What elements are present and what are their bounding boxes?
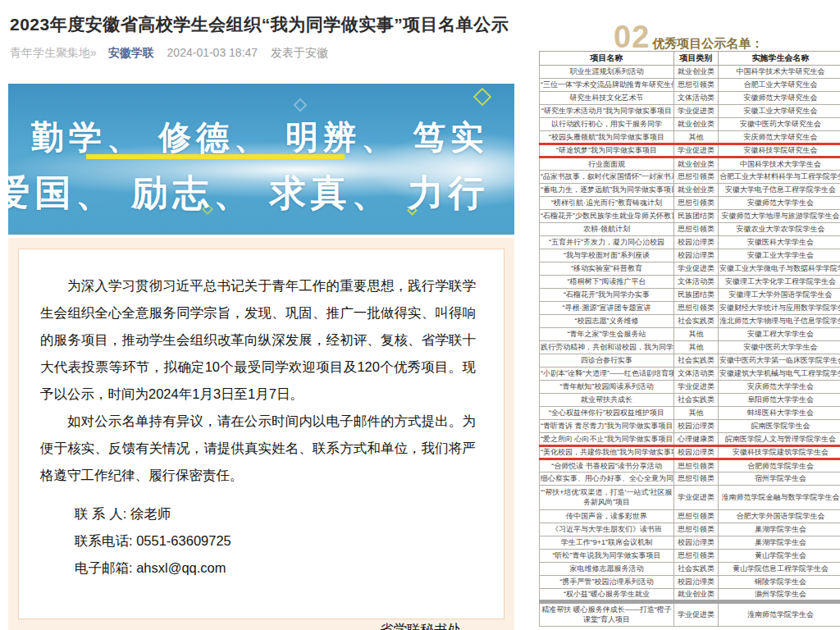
table-cell: 其他	[674, 131, 719, 144]
table-cell: 社会实践类	[674, 315, 719, 328]
table-row: “石榴花开”少数民族学生就业导师关怀教育工程民族团结类安徽师范大学地理与旅游学院…	[540, 210, 840, 223]
table-row: “石榴花开”我为同学办实事民族团结类安徽理工大学外国语学院学生会	[540, 289, 840, 302]
table-cell: 思想引领类	[674, 302, 719, 315]
table-cell: 以行动践行初心，用实干服务同学	[540, 118, 674, 131]
table-cell: 安徽师范大学学生会	[719, 197, 840, 210]
table-cell: 蚌埠医科大学学生会	[719, 407, 840, 420]
table-cell: 黄山学院学生会	[719, 550, 840, 563]
table-row: “听松”青年说我为同学做实事项目思想引领类黄山学院学生会	[540, 550, 840, 563]
table-cell: 其他	[674, 341, 719, 354]
table-cell: 安徽财经大学统计与应用数学学院学生会	[719, 302, 840, 315]
page-title: 2023年度安徽省高校学生会组织“我为同学做实事”项目名单公示	[10, 13, 543, 36]
table-cell: 安徽医科大学学生会	[719, 236, 840, 249]
table-cell: 校园治理类	[674, 236, 719, 249]
table-row: “品家书故事，叙时代家国情怀”一封家书系列活动思想引领类合肥工业大学材料科学与工…	[540, 171, 840, 184]
table-row: 行业面面观就业创业类中国科学技术大学学生会	[540, 158, 840, 171]
table-cell: “移动实验室”科普教育	[540, 262, 674, 276]
table-cell: 家电维修志愿服务活动	[540, 563, 674, 576]
table-row: 就业帮扶共成长社会实践类阜阳师范大学学生会	[540, 394, 840, 407]
table-cell: 其他	[674, 328, 719, 341]
table-cell: 学业促进类	[674, 486, 719, 510]
table-cell: “青年之家”学生会服务站	[540, 328, 674, 341]
contact-block: 联 系 人: 徐老师 联系电话: 0551-63609725 电子邮箱: ahs…	[75, 500, 476, 582]
table-cell: 滁州学院学生会	[719, 589, 840, 602]
table-cell: 安徽师范大学地理与旅游学院学生会	[719, 210, 840, 223]
table-cell: 思想引领类	[674, 79, 719, 92]
table-row: “携手严管”校园治理系列活动校园治理类铜陵学院学生会	[540, 576, 840, 589]
table-cell: “寻根·溯源”宣讲团专题宣讲	[540, 302, 674, 315]
table-cell: 淮南师范学院金融与数学学院学生会	[719, 486, 840, 510]
section-title: 优秀项目公示名单：	[652, 36, 763, 50]
table-cell: “合师悦读 书香校园”读书分享活动	[540, 459, 674, 472]
table-cell: 合肥工业大学研究生会	[719, 79, 840, 92]
table-cell: “青听青诉 青尽青力”我为同学做实事项目	[540, 420, 674, 433]
contact-person: 联 系 人: 徐老师	[75, 500, 476, 527]
table-cell: “携手严管”校园治理系列活动	[540, 576, 674, 589]
table-row: “全心权益伴你行”校园权益维护项目其他蚌埠医科大学学生会	[540, 407, 840, 420]
table-cell: “听松”青年说我为同学做实事项目	[540, 550, 674, 563]
table-cell: 安徽科技学院建筑学院学生会	[719, 446, 840, 459]
account-link[interactable]: 安徽学联	[108, 46, 154, 59]
table-cell: “石榴花开”少数民族学生就业导师关怀教育工程	[540, 210, 674, 223]
table-cell: 宿州学院学生会	[719, 472, 840, 486]
table-cell: “校园头雁领航”我为同学做实事项目	[540, 131, 674, 144]
table-cell: 校园治理类	[674, 446, 719, 459]
table-cell: “‘帮扶+培优’双渠道，打造‘一站式’社区服务新风尚”项目	[540, 486, 674, 510]
projects-table: 项目名称 项目类别 实施学生会名称 职业生涯规划系列活动就业创业类中国科学技术大…	[539, 51, 840, 627]
table-row: “移动实验室”科普教育学业促进类安徽工业大学微电子与数据科学学院学生会	[540, 262, 840, 276]
signature-org: 省学联秘书处	[40, 614, 461, 630]
table-cell: 安徽中医药大学研究生会	[719, 118, 840, 131]
table-cell: 就业创业类	[674, 589, 719, 602]
album-tag[interactable]: 青年学生聚集地»	[10, 46, 97, 59]
table-cell: “五育并行”齐发力，凝力同心治校园	[540, 236, 674, 249]
table-cell: “梧桐树下”阅读推广平台	[540, 276, 674, 289]
table-cell: 安徽工业大学微电子与数据科学学院学生会	[719, 262, 840, 276]
table-cell: 践行劳动精神，共创和谐校园，我为同学办实事	[540, 341, 674, 354]
table-row: “我与学校面对面”系列座谈校园治理类安徽工业大学学生会	[540, 249, 840, 262]
table-row: “青年之家”学生会服务站其他安徽工程大学学生会	[540, 328, 840, 341]
table-cell: 其他	[674, 407, 719, 420]
table-cell: “蓄电力生，逐梦远航”我为同学做实事项目	[540, 184, 674, 197]
table-cell: “全心权益伴你行”校园权益维护项目	[540, 407, 674, 420]
table-cell: “石榴花开”我为同学办实事	[540, 289, 674, 302]
projects-table-container[interactable]: 项目名称 项目类别 实施学生会名称 职业生涯规划系列活动就业创业类中国科学技术大…	[539, 51, 840, 630]
table-cell: 合肥师范学院学生会	[719, 459, 840, 472]
table-cell: 安徽建筑大学机械与电气工程学院学生会	[719, 368, 840, 381]
table-cell: 民族团结类	[674, 210, 719, 223]
table-row: 《习近平与大学生朋友们》读书班思想引领类巢湖学院学生会	[540, 523, 840, 536]
table-cell: 安徽理工大学化学工程学院学生会	[719, 276, 840, 289]
table-cell: 文体活动类	[674, 276, 719, 289]
table-cell: 四诊合参行实事	[540, 354, 674, 368]
table-row: 传中国声音，读多彩世界思想引领类合肥大学外国语学院学生会	[540, 510, 840, 523]
table-cell: 就业创业类	[674, 184, 719, 197]
table-cell: 学业促进类	[674, 381, 719, 394]
table-row: 四诊合参行实事社会实践类安徽中医药大学第一临床医学院学生会	[540, 354, 840, 368]
table-header-row: 项目名称 项目类别 实施学生会名称	[540, 52, 840, 66]
table-cell: 巢湖学院学生会	[719, 523, 840, 536]
contact-email: 电子邮箱: ahsxl@qq.com	[75, 555, 476, 582]
table-cell: 思想引领类	[674, 523, 719, 536]
table-cell: “校园志愿”义务维修	[540, 315, 674, 328]
table-row: “梧桐树下”阅读推广平台文体活动类安徽理工大学化学工程学院学生会	[540, 276, 840, 289]
table-cell: 安徽工业大学学生会	[719, 249, 840, 262]
table-cell: 文体活动类	[674, 368, 719, 381]
table-cell: 安徽中医药大学第一临床医学院学生会	[719, 354, 840, 368]
table-cell: 校园治理类	[674, 576, 719, 589]
table-cell: “青年献知”校园阅读系列活动	[540, 381, 674, 394]
signature-block: 省学联秘书处 2024年1月3日	[40, 614, 476, 630]
table-cell: “权小益”暖心服务学生就业	[540, 589, 674, 602]
table-cell: 文体活动类	[674, 92, 719, 105]
table-row: “美化校园，共建你我他”我为同学做实事项目校园治理类安徽科技学院建筑学院学生会	[540, 446, 840, 459]
table-cell: 民族团结类	[674, 289, 719, 302]
table-row: “权小益”暖心服务学生就业就业创业类滁州学院学生会	[540, 589, 840, 602]
table-cell: 心理健康类	[674, 433, 719, 446]
table-cell: 安徽工业大学研究生会	[719, 105, 840, 118]
banner-image: 勤学、 修德、 明辨、 笃实 爱国、 励志、 求真、 力行	[8, 84, 514, 235]
table-row: 研究生科技文化艺术节文体活动类安徽师范大学研究生会	[540, 92, 840, 105]
paragraph-2: 如对公示名单持有异议，请在公示时间内以电子邮件的方式提出。为便于核实、反馈有关情…	[40, 408, 476, 489]
table-cell: 皖南医学院学生会	[719, 420, 840, 433]
table-cell: 传中国声音，读多彩世界	[540, 510, 674, 523]
table-cell: 职业生涯规划系列活动	[540, 66, 674, 79]
table-cell: 中国科学技术大学学生会	[719, 158, 840, 171]
table-cell: 皖南医学院人文与管理学院学生会	[719, 433, 840, 446]
